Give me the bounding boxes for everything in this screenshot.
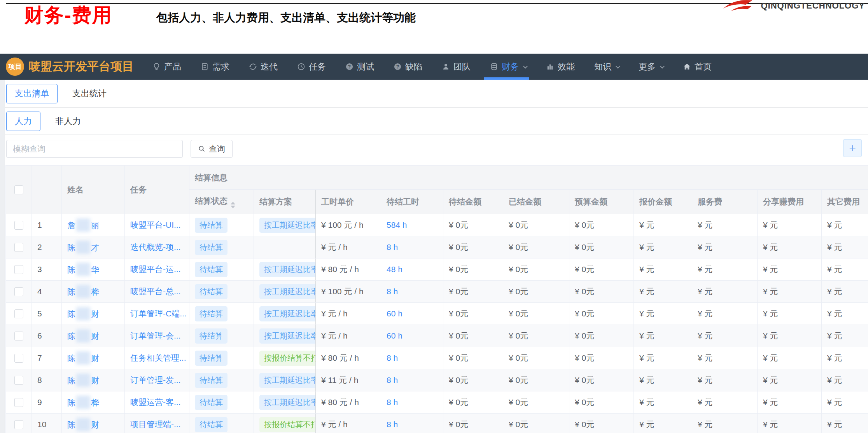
name-link[interactable]: 陈华 (67, 265, 99, 274)
share-fee: ¥ 元 (758, 369, 822, 391)
nav-item-efficiency[interactable]: 效能 (546, 54, 575, 80)
page-subtitle: 包括人力、非人力费用、支出清单、支出统计等功能 (156, 10, 416, 26)
add-button[interactable]: + (843, 139, 862, 157)
row-checkbox[interactable] (14, 332, 23, 340)
bulb-icon (152, 63, 161, 71)
name-link[interactable]: 陈财 (67, 332, 99, 340)
redacted-name (76, 285, 90, 298)
settled-amount: ¥ 0元 (503, 325, 569, 347)
redacted-name (76, 329, 90, 342)
task-link[interactable]: 唛盟运营-客... (130, 398, 181, 407)
coins-icon (490, 63, 498, 71)
task-link[interactable]: 订单管理-发... (130, 375, 181, 384)
redacted-name (76, 263, 90, 276)
name-link[interactable]: 陈财 (67, 376, 99, 385)
name-link[interactable]: 陈桦 (67, 398, 99, 407)
unit-price: ¥ 100 元 / h (316, 281, 381, 303)
plan-badge: 按报价结算不打折 (259, 351, 316, 366)
row-checkbox[interactable] (14, 354, 23, 363)
task-link[interactable]: 订单管理-会... (130, 331, 181, 340)
nav-item-requirement[interactable]: 需求 (201, 54, 229, 80)
nav-item-defect[interactable]: ?缺陷 (394, 54, 422, 80)
table-row: 10 陈财 项目管理端-... 待结算 按报价结算不打折 ¥ 元 / h 8 h… (6, 414, 868, 433)
redacted-name (76, 418, 90, 431)
service-fee: ¥ 元 (692, 414, 758, 433)
row-checkbox[interactable] (14, 265, 23, 274)
settled-amount: ¥ 0元 (503, 258, 569, 281)
pending-hours-link[interactable]: 8 h (387, 398, 398, 407)
unit-price: ¥ 80 元 / h (316, 258, 381, 281)
pending-hours-link[interactable]: 8 h (387, 287, 398, 296)
nav-item-product[interactable]: 产品 (152, 54, 181, 80)
name-link[interactable]: 陈财 (67, 420, 99, 429)
nav-item-label: 更多 (639, 61, 656, 73)
nav-item-team[interactable]: 团队 (442, 54, 471, 80)
share-fee: ¥ 元 (758, 414, 822, 433)
row-checkbox[interactable] (14, 221, 23, 230)
settled-amount: ¥ 0元 (503, 303, 569, 325)
task-link[interactable]: 迭代概览-项... (130, 243, 181, 251)
row-checkbox[interactable] (14, 243, 23, 252)
pending-amount: ¥ 0元 (443, 325, 503, 347)
tab-non-manpower[interactable]: 非人力 (55, 115, 81, 127)
task-link[interactable]: 订单管理-C端... (130, 309, 187, 318)
project-badge: 项目 (6, 58, 24, 76)
nav-item-finance[interactable]: 财务 (490, 54, 527, 80)
task-link[interactable]: 唛盟平台-总... (130, 287, 181, 296)
nav-item-task[interactable]: 任务 (297, 54, 326, 80)
status-badge: 待结算 (195, 218, 228, 233)
task-link[interactable]: 唛盟平台-UI... (130, 220, 181, 229)
budget-amount: ¥ 0元 (569, 214, 634, 236)
unit-price: ¥ 80 元 / h (316, 391, 381, 414)
nav-item-more[interactable]: 更多 (639, 54, 663, 80)
pending-hours-link[interactable]: 584 h (387, 220, 407, 229)
pending-hours-link[interactable]: 8 h (387, 420, 398, 429)
pending-hours-link[interactable]: 8 h (387, 353, 398, 362)
pending-amount: ¥ 0元 (443, 347, 503, 369)
pending-hours-link[interactable]: 8 h (387, 375, 398, 384)
task-link[interactable]: 任务相关管理... (130, 353, 186, 362)
other-fee: ¥ 元 (822, 369, 868, 391)
budget-amount: ¥ 0元 (569, 325, 634, 347)
name-link[interactable]: 陈才 (67, 243, 99, 252)
pending-hours-link[interactable]: 48 h (387, 265, 402, 274)
unit-price: ¥ 元 / h (316, 303, 381, 325)
status-badge: 待结算 (195, 351, 228, 366)
search-input[interactable] (6, 140, 183, 158)
name-link[interactable]: 詹丽 (67, 221, 99, 230)
nav-item-test[interactable]: ?测试 (345, 54, 374, 80)
select-all-checkbox[interactable] (14, 185, 23, 194)
pending-hours-link[interactable]: 8 h (387, 243, 398, 251)
name-link[interactable]: 陈桦 (67, 287, 99, 296)
query-button[interactable]: 查询 (191, 140, 233, 158)
col-settled-amount: 已结金额 (503, 190, 569, 214)
nav-item-iteration[interactable]: 迭代 (249, 54, 278, 80)
nav-item-home[interactable]: 首页 (683, 54, 712, 80)
col-other-fee: 其它费用 (822, 190, 868, 214)
redacted-name (76, 374, 90, 387)
nav-item-label: 迭代 (261, 61, 278, 73)
tab-manpower[interactable]: 人力 (6, 112, 40, 131)
row-checkbox[interactable] (14, 376, 23, 385)
sort-control[interactable] (231, 202, 235, 208)
name-link[interactable]: 陈财 (67, 354, 99, 363)
nav-item-knowledge[interactable]: 知识 (594, 54, 619, 80)
logo-text: QINQINGTECHNOLOGY (761, 1, 865, 11)
clock-icon (297, 63, 305, 71)
name-link[interactable]: 陈财 (67, 309, 99, 318)
row-index: 9 (32, 391, 62, 414)
pending-hours-link[interactable]: 60 h (387, 309, 402, 318)
row-checkbox[interactable] (14, 420, 23, 429)
task-link[interactable]: 项目管理端-... (130, 420, 181, 429)
tab-expense-list[interactable]: 支出清单 (6, 84, 58, 103)
quote-amount: ¥ 元 (634, 303, 692, 325)
row-checkbox[interactable] (14, 309, 23, 318)
redacted-name (76, 396, 90, 409)
task-link[interactable]: 唛盟平台-运... (130, 265, 181, 274)
tab-expense-stats[interactable]: 支出统计 (72, 88, 107, 100)
row-checkbox[interactable] (14, 398, 23, 407)
pending-hours-link[interactable]: 60 h (387, 331, 402, 340)
quote-amount: ¥ 元 (634, 414, 692, 433)
row-checkbox[interactable] (14, 287, 23, 296)
other-fee: ¥ 元 (822, 414, 868, 433)
